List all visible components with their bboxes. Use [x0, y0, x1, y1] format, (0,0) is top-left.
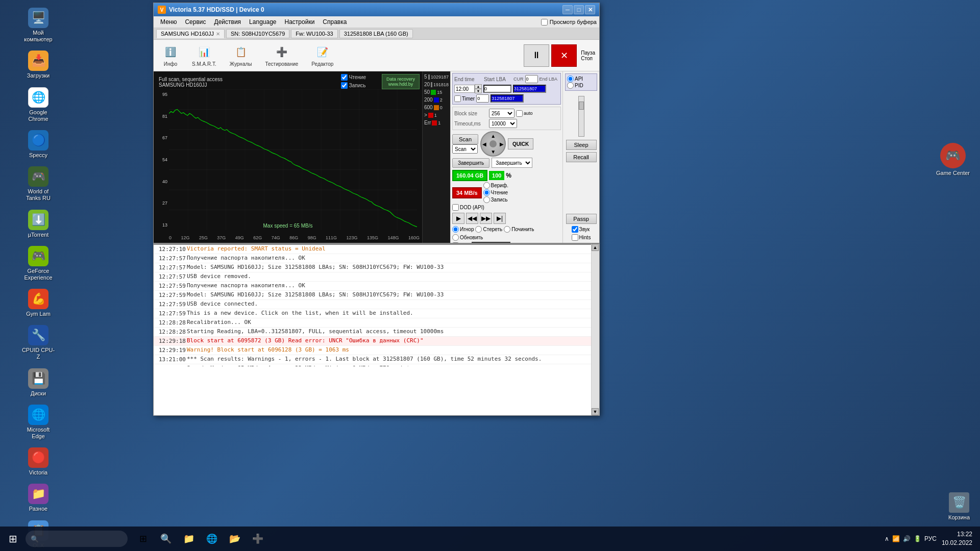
desktop-icon-basket[interactable]: 🗑️ Корзина — [948, 492, 970, 520]
timer-checkbox[interactable] — [454, 95, 461, 102]
scan-type-select[interactable]: Scan — [452, 144, 478, 154]
timeout-select[interactable]: 100005000 — [489, 119, 517, 128]
complete-select[interactable]: Завершить — [492, 158, 532, 168]
write-radio[interactable] — [483, 196, 490, 203]
taskbar-app-chrome[interactable]: 🌐 — [202, 529, 222, 549]
taskbar-app-files[interactable]: 📁 — [179, 529, 199, 549]
desktop-icon-speccy[interactable]: 🔵 Speccy — [18, 128, 59, 161]
passp-button[interactable]: Passp — [566, 214, 597, 224]
taskbar-clock[interactable]: 13:22 10.02.2022 — [942, 530, 972, 547]
tool-smart[interactable]: 📊 S.M.A.R.T. — [187, 42, 221, 69]
update-radio[interactable] — [452, 234, 459, 241]
log-scrollbar[interactable]: ▲ ▼ — [591, 244, 599, 415]
complete-button[interactable]: Завершить — [452, 158, 489, 168]
sound-checkbox[interactable] — [572, 226, 578, 233]
write-radio-label[interactable]: Запись — [483, 196, 508, 203]
menu-service[interactable]: Сервис — [181, 17, 210, 27]
tray-sound-icon[interactable]: 🔊 — [903, 535, 911, 542]
tray-wifi-icon[interactable]: 📶 — [892, 535, 900, 542]
desktop-icon-cpuz[interactable]: 🔧 CPUID CPU-Z — [18, 322, 59, 363]
grid-checkbox-label[interactable]: Grid — [452, 242, 470, 243]
desktop-icon-tanks[interactable]: 🎮 World of Tanks RU — [18, 164, 59, 204]
recall-button[interactable]: Recall — [566, 152, 597, 162]
dod-label[interactable]: DOD (API) — [452, 204, 484, 211]
ctrl-skip[interactable]: ▶▶ — [480, 213, 492, 224]
log-area[interactable]: 12:27:10 Victoria reported: SMART status… — [154, 244, 591, 366]
auto-checkbox[interactable] — [516, 110, 523, 117]
desktop-icon-gamecenter[interactable]: 🎮 Game Center — [936, 143, 970, 176]
read-checkbox-label[interactable]: Чтение — [341, 74, 366, 81]
preview-checkbox-label[interactable]: Просмотр буфера — [541, 19, 597, 26]
desktop-icon-gymlam[interactable]: 💪 Gym Lam — [18, 286, 59, 320]
nav-right[interactable]: ▶ — [500, 141, 504, 147]
end-time-up[interactable]: ▲ — [475, 84, 482, 89]
tab-device[interactable]: SAMSUNG HD160JJ ✕ — [156, 29, 225, 38]
repair-radio[interactable] — [504, 226, 510, 233]
start-button[interactable]: ⊞ — [3, 529, 23, 549]
desktop-icon-disks[interactable]: 💾 Диски — [18, 366, 59, 399]
stop-button[interactable]: ✕ — [551, 44, 577, 67]
timer-end-input[interactable] — [491, 94, 524, 103]
nav-up[interactable]: ▲ — [491, 133, 496, 139]
taskbar-app-search[interactable]: 🔍 — [156, 529, 176, 549]
verif-radio-label[interactable]: Вериф. — [483, 182, 508, 189]
scrollbar-down[interactable]: ▼ — [592, 408, 599, 415]
tool-test[interactable]: ➕ Тестирование — [260, 42, 303, 69]
desktop-icon-downloads[interactable]: 📥 Загрузки — [18, 48, 59, 82]
cur-input[interactable] — [525, 75, 538, 83]
erase-radio-label[interactable]: Стереть — [475, 226, 502, 233]
ctrl-play[interactable]: ▶ — [452, 213, 464, 224]
menu-language[interactable]: Language — [245, 17, 280, 27]
close-button[interactable]: ✕ — [585, 5, 595, 14]
nav-down[interactable]: ▼ — [491, 149, 496, 155]
tray-battery-icon[interactable]: 🔋 — [914, 535, 921, 542]
desktop-icon-geforce[interactable]: 🎮 GeForce Experience — [18, 243, 59, 284]
taskbar-app-tasks[interactable]: ⊞ — [133, 529, 153, 549]
read-radio-label[interactable]: Чтение — [483, 189, 508, 196]
sound-checkbox-label[interactable]: Звук — [572, 226, 591, 233]
write-checkbox[interactable] — [341, 82, 348, 89]
ignore-radio-label[interactable]: Игнор — [452, 226, 474, 233]
end-time-down[interactable]: ▼ — [475, 89, 482, 93]
quick-button[interactable]: QUICK — [508, 138, 533, 149]
preview-checkbox[interactable] — [541, 19, 548, 26]
write-checkbox-label[interactable]: Запись — [341, 82, 366, 89]
grid-checkbox[interactable] — [452, 242, 459, 243]
timer-label[interactable]: Timer — [454, 95, 475, 102]
pid-radio[interactable] — [567, 82, 574, 89]
end-lba-input[interactable] — [513, 85, 546, 93]
repair-radio-label[interactable]: Починить — [504, 226, 534, 233]
read-checkbox[interactable] — [341, 74, 348, 81]
menu-actions[interactable]: Действия — [210, 17, 246, 27]
end-time-input[interactable] — [454, 85, 475, 93]
read-radio[interactable] — [483, 189, 490, 196]
scrollbar-up[interactable]: ▲ — [592, 244, 599, 251]
minimize-button[interactable]: ─ — [562, 5, 573, 14]
tool-logs[interactable]: 📋 Журналы — [225, 42, 257, 69]
sleep-button[interactable]: Sleep — [566, 140, 597, 150]
scan-button[interactable]: Scan — [452, 134, 478, 144]
verif-radio[interactable] — [483, 182, 490, 189]
pid-radio-label[interactable]: PID — [567, 82, 595, 89]
start-lba-input[interactable] — [483, 85, 511, 93]
desktop-icon-utorrent[interactable]: ⬇️ µTorrent — [18, 207, 59, 241]
tab-close-0[interactable]: ✕ — [216, 31, 220, 37]
ctrl-end[interactable]: ▶| — [494, 213, 506, 224]
tab-fw[interactable]: Fw: WU100-33 — [291, 29, 337, 38]
block-size-select[interactable]: 256512 — [489, 109, 514, 118]
desktop-icon-edge[interactable]: 🌐 Microsoft Edge — [18, 402, 59, 442]
slider-handle[interactable] — [579, 102, 584, 110]
vertical-slider[interactable] — [578, 96, 584, 137]
nav-left[interactable]: ◀ — [482, 141, 486, 147]
ignore-radio[interactable] — [452, 226, 459, 233]
desktop-icon-raznoe[interactable]: 📁 Разное — [18, 481, 59, 515]
tab-lba[interactable]: 312581808 LBA (160 GB) — [339, 29, 413, 38]
ctrl-back[interactable]: ◀◀ — [466, 213, 478, 224]
hints-checkbox-label[interactable]: Hints — [572, 234, 591, 241]
tray-up-arrow[interactable]: ∧ — [885, 535, 889, 542]
api-radio[interactable] — [567, 76, 574, 82]
keyboard-layout[interactable]: РУС — [924, 535, 937, 542]
menu-settings[interactable]: Настройки — [281, 17, 319, 27]
auto-checkbox-label[interactable]: auto — [516, 110, 533, 117]
timer-value-input[interactable] — [476, 94, 489, 103]
